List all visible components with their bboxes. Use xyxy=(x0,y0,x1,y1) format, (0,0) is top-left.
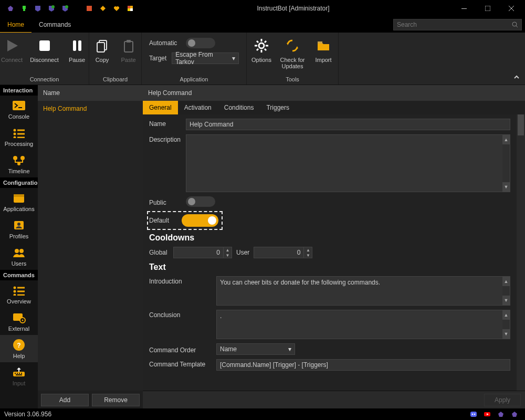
global-numeric[interactable]: 0 ▲▼ xyxy=(173,247,232,258)
sidebar-item-overview[interactable]: Overview xyxy=(0,280,38,308)
folder-icon xyxy=(314,37,332,55)
name-input[interactable] xyxy=(186,119,510,130)
window-maximize-button[interactable] xyxy=(476,0,499,17)
svg-rect-12 xyxy=(485,6,490,11)
detail-tab-general[interactable]: General xyxy=(143,101,178,114)
svg-point-54 xyxy=(14,287,16,289)
titlebar-icon-4[interactable] xyxy=(47,4,56,13)
titlebar-icon-1[interactable] xyxy=(6,4,15,13)
default-toggle[interactable] xyxy=(182,214,218,227)
sidebar: Interaction Console Processing Timeline … xyxy=(0,85,38,408)
detail-tab-activation[interactable]: Activation xyxy=(178,101,218,114)
svg-rect-11 xyxy=(461,8,467,9)
pause-icon xyxy=(68,37,86,55)
command-template-input[interactable] xyxy=(216,359,510,371)
svg-rect-7 xyxy=(128,6,130,8)
introduction-textarea[interactable]: You can cheer bits or donate for the fol… xyxy=(216,276,510,306)
svg-rect-9 xyxy=(128,8,130,11)
automatic-label: Automatic xyxy=(149,39,181,47)
ribbon-collapse-button[interactable] xyxy=(511,72,522,82)
connect-button[interactable]: Connect xyxy=(0,35,27,65)
search-input[interactable] xyxy=(397,21,512,28)
paste-button[interactable]: Paste xyxy=(117,35,140,65)
sidebar-item-processing[interactable]: Processing xyxy=(0,123,38,150)
command-order-label: Command Order xyxy=(149,345,211,354)
svg-rect-44 xyxy=(17,137,25,139)
window-close-button[interactable] xyxy=(499,0,523,17)
svg-rect-70 xyxy=(16,374,22,375)
detail-scrollbar[interactable] xyxy=(517,114,525,391)
tab-home[interactable]: Home xyxy=(0,17,32,33)
sidebar-item-console[interactable]: Console xyxy=(0,96,38,123)
cooldowns-title: Cooldowns xyxy=(149,233,510,243)
detail-tab-triggers[interactable]: Triggers xyxy=(260,101,296,114)
help-icon: ? xyxy=(11,338,27,352)
status-icon-3[interactable] xyxy=(497,410,505,418)
svg-point-45 xyxy=(13,156,17,160)
sidebar-item-applications[interactable]: Applications xyxy=(0,188,38,215)
svg-rect-23 xyxy=(124,41,133,52)
target-select[interactable]: Escape From Tarkov ▾ xyxy=(172,52,239,64)
titlebar-icon-3[interactable] xyxy=(34,4,42,13)
sidebar-item-input[interactable]: Input xyxy=(0,362,38,386)
sidebar-item-users[interactable]: Users xyxy=(0,243,38,270)
command-order-select[interactable]: Name ▾ xyxy=(216,343,295,355)
titlebar-icon-2[interactable] xyxy=(20,4,28,13)
version-label: Version 3.06.956 xyxy=(4,411,51,418)
remove-button[interactable]: Remove xyxy=(92,394,140,406)
automatic-toggle[interactable] xyxy=(186,38,215,48)
titlebar-icon-5[interactable] xyxy=(61,4,69,13)
disconnect-button[interactable]: Disconnect xyxy=(30,35,59,65)
introduction-scrollbar[interactable]: ▲▼ xyxy=(502,277,510,305)
apply-button[interactable]: Apply xyxy=(484,394,521,406)
overview-icon xyxy=(11,284,27,297)
pause-button[interactable]: Pause xyxy=(62,35,92,65)
copy-icon xyxy=(93,37,111,55)
status-icon-4[interactable] xyxy=(510,410,519,418)
conclusion-scrollbar[interactable]: ▲▼ xyxy=(502,310,510,339)
import-button[interactable]: Import xyxy=(310,35,337,65)
list-item[interactable]: Help Command xyxy=(38,101,143,117)
svg-rect-68 xyxy=(19,373,20,374)
gear-icon xyxy=(253,37,270,55)
svg-point-15 xyxy=(512,22,517,26)
search-icon[interactable] xyxy=(512,22,518,28)
svg-rect-65 xyxy=(13,372,25,376)
sidebar-item-help[interactable]: ? Help xyxy=(0,335,38,362)
description-textarea[interactable]: ▲▼ xyxy=(186,134,510,192)
tab-commands[interactable]: Commands xyxy=(32,17,78,33)
window-minimize-button[interactable] xyxy=(452,0,476,17)
copy-button[interactable]: Copy xyxy=(91,35,114,65)
public-toggle[interactable] xyxy=(186,196,215,207)
youtube-icon[interactable] xyxy=(483,410,491,418)
detail-tab-conditions[interactable]: Conditions xyxy=(218,101,260,114)
options-button[interactable]: Options xyxy=(248,35,275,65)
description-scrollbar[interactable]: ▲▼ xyxy=(502,135,510,192)
svg-rect-69 xyxy=(21,373,22,374)
global-spinner[interactable]: ▲▼ xyxy=(223,247,232,258)
titlebar-icon-7[interactable] xyxy=(99,4,107,13)
svg-point-41 xyxy=(14,133,16,135)
titlebar-icon-9[interactable] xyxy=(126,4,134,13)
sidebar-item-timeline[interactable]: Timeline xyxy=(0,150,38,177)
add-button[interactable]: Add xyxy=(41,394,89,406)
detail-header: Help Command xyxy=(143,85,525,101)
user-spinner[interactable]: ▲▼ xyxy=(303,247,312,258)
user-numeric[interactable]: 0 ▲▼ xyxy=(254,247,312,258)
discord-icon[interactable] xyxy=(469,410,478,418)
titlebar-icon-6[interactable] xyxy=(85,4,93,13)
svg-rect-2 xyxy=(23,9,25,11)
sidebar-item-external[interactable]: External xyxy=(0,308,38,335)
titlebar-icon-8[interactable] xyxy=(112,4,121,13)
command-list[interactable]: Help Command xyxy=(38,101,143,391)
list-header-name[interactable]: Name xyxy=(38,85,143,101)
search-box[interactable] xyxy=(393,19,522,30)
conclusion-textarea[interactable]: . ▲▼ xyxy=(216,310,510,339)
svg-rect-49 xyxy=(14,194,24,197)
svg-rect-1 xyxy=(23,6,26,9)
svg-marker-35 xyxy=(296,46,298,49)
svg-point-39 xyxy=(14,129,16,132)
check-updates-button[interactable]: Check for Updates xyxy=(278,35,307,71)
svg-point-25 xyxy=(259,43,264,48)
sidebar-item-profiles[interactable]: Profiles xyxy=(0,215,38,243)
